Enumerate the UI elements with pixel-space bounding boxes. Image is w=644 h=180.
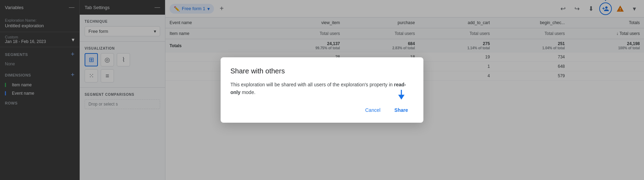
share-modal: Share with others This exploration will … bbox=[221, 57, 423, 123]
modal-title: Share with others bbox=[230, 67, 414, 75]
share-arrow-icon bbox=[398, 95, 405, 100]
modal-body: This exploration will be shared with all… bbox=[230, 81, 414, 96]
cancel-button[interactable]: Cancel bbox=[359, 105, 386, 116]
modal-actions: Cancel Share bbox=[230, 105, 414, 116]
share-button[interactable]: Share bbox=[389, 105, 414, 116]
modal-body-text: This exploration will be shared with all… bbox=[230, 82, 394, 87]
modal-body-end: mode. bbox=[241, 89, 256, 95]
modal-overlay[interactable]: Share with others This exploration will … bbox=[0, 0, 644, 180]
